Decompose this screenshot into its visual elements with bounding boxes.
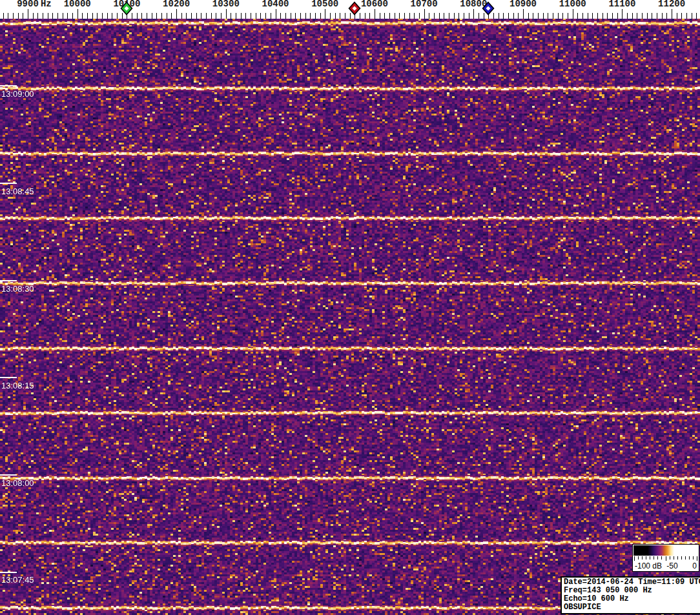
- freq-label: 11000: [559, 0, 586, 8]
- freq-tick-minor: [305, 13, 306, 19]
- freq-tick-minor: [399, 13, 400, 19]
- freq-tick-minor: [152, 13, 152, 19]
- freq-tick-minor: [271, 13, 271, 19]
- freq-tick-minor: [265, 13, 266, 19]
- time-label: 13:07:45: [1, 576, 34, 585]
- freq-tick-minor: [201, 13, 201, 19]
- freq-tick-major: [276, 9, 276, 19]
- freq-tick-minor: [48, 13, 48, 19]
- freq-tick-minor: [112, 13, 112, 19]
- colorbar-tick: [670, 556, 670, 560]
- freq-tick-minor: [503, 13, 504, 19]
- freq-tick-minor: [617, 13, 618, 19]
- freq-tick-minor: [642, 13, 643, 19]
- freq-tick-minor: [647, 13, 648, 19]
- waterfall-spectrogram: [0, 19, 700, 615]
- freq-tick-minor: [434, 13, 435, 19]
- red-marker-diamond[interactable]: [348, 1, 361, 15]
- freq-tick-minor: [607, 13, 608, 19]
- freq-tick-minor: [43, 13, 43, 19]
- freq-tick-minor: [300, 13, 301, 19]
- freq-tick-minor: [92, 13, 93, 19]
- colorbar-tick: [685, 556, 686, 560]
- freq-tick-minor: [568, 13, 568, 19]
- freq-tick-minor: [577, 13, 578, 19]
- time-label: 13:09:00: [1, 90, 34, 99]
- freq-label: 10700: [411, 0, 438, 8]
- freq-label: 10400: [262, 0, 289, 8]
- freq-tick-minor: [82, 13, 83, 19]
- freq-tick-minor: [236, 13, 236, 19]
- freq-tick-major: [77, 9, 78, 19]
- freq-tick-minor: [479, 13, 479, 19]
- freq-tick-minor: [439, 13, 440, 19]
- freq-tick-minor: [97, 13, 98, 19]
- freq-tick-minor: [310, 13, 311, 19]
- freq-tick-minor: [508, 13, 509, 19]
- freq-tick-minor: [206, 13, 207, 19]
- colorbar-tick: [657, 556, 658, 560]
- green-marker-diamond[interactable]: [120, 1, 133, 15]
- freq-tick-minor: [196, 13, 197, 19]
- freq-tick-minor: [602, 13, 603, 19]
- freq-tick-minor: [320, 13, 321, 19]
- freq-tick-minor: [499, 13, 499, 19]
- freq-tick-minor: [369, 13, 370, 19]
- blue-marker-diamond[interactable]: [482, 1, 495, 15]
- freq-tick-major: [473, 9, 474, 19]
- freq-tick-minor: [315, 13, 316, 19]
- freq-tick-minor: [513, 13, 514, 19]
- freq-tick-minor: [469, 13, 469, 19]
- freq-tick-major: [176, 9, 177, 19]
- freq-tick-minor: [409, 13, 410, 19]
- freq-tick-major: [226, 9, 227, 19]
- freq-label: 11100: [608, 0, 635, 8]
- colorbar-tick: [666, 556, 666, 561]
- freq-tick-minor: [558, 13, 559, 19]
- freq-tick-minor: [291, 13, 291, 19]
- freq-tick-minor: [117, 13, 118, 19]
- time-label: 13:08:15: [1, 381, 34, 390]
- freq-tick-minor: [657, 13, 657, 19]
- freq-tick-minor: [340, 13, 340, 19]
- freq-tick-minor: [241, 13, 242, 19]
- colorbar-tick: [634, 556, 635, 561]
- freq-tick-minor: [330, 13, 331, 19]
- freq-label: 10200: [163, 0, 190, 8]
- freq-tick-minor: [52, 13, 53, 19]
- freq-tick-major: [375, 9, 375, 19]
- freq-label: 10900: [510, 0, 537, 8]
- colorbar-tick: [674, 556, 674, 560]
- freq-tick-minor: [231, 13, 231, 19]
- freq-tick-minor: [637, 13, 637, 19]
- freq-tick-minor: [612, 13, 613, 19]
- freq-tick-minor: [186, 13, 187, 19]
- freq-tick-minor: [280, 13, 281, 19]
- colorbar-tick: [650, 556, 650, 560]
- colorbar-max-label: 0: [692, 561, 697, 570]
- freq-tick-minor: [256, 13, 256, 19]
- freq-unit-label: Hz: [41, 0, 52, 8]
- freq-tick-minor: [102, 13, 103, 19]
- freq-tick-minor: [171, 13, 172, 19]
- freq-tick-minor: [632, 13, 633, 19]
- freq-tick-minor: [107, 13, 108, 19]
- freq-tick-minor: [692, 13, 692, 19]
- freq-tick-minor: [345, 13, 345, 19]
- freq-tick-minor: [429, 13, 429, 19]
- freq-tick-minor: [543, 13, 544, 19]
- freq-tick-minor: [221, 13, 221, 19]
- time-label: 13:08:00: [1, 479, 34, 488]
- freq-tick-minor: [13, 13, 14, 19]
- freq-tick-minor: [395, 13, 395, 19]
- colorbar-tick: [689, 556, 690, 560]
- freq-tick-minor: [141, 13, 142, 19]
- freq-tick-minor: [404, 13, 405, 19]
- colorbar-min-label: -100 dB: [635, 561, 662, 570]
- freq-tick-minor: [464, 13, 464, 19]
- freq-tick-minor: [167, 13, 167, 19]
- freq-tick-minor: [365, 13, 365, 19]
- colorbar-tick: [642, 556, 643, 560]
- freq-tick-minor: [652, 13, 652, 19]
- freq-tick-minor: [18, 13, 19, 19]
